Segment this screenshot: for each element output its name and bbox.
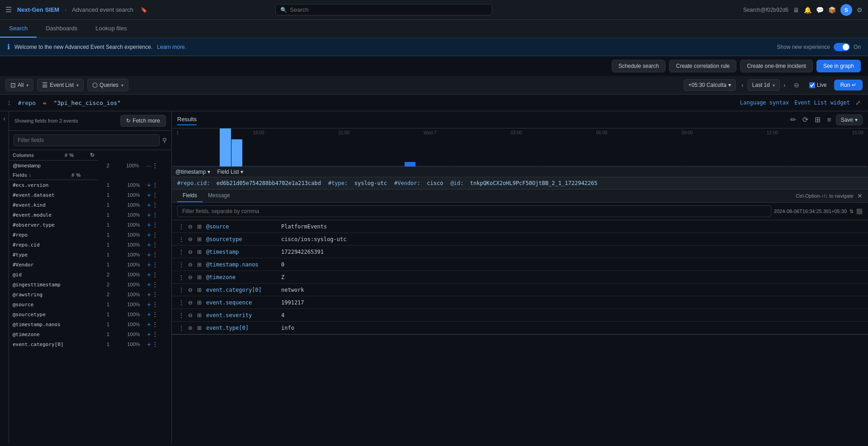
learn-more-link[interactable]: Learn more. <box>157 44 186 50</box>
username-display[interactable]: Search@f02b92d6 <box>743 7 788 13</box>
monitor-icon[interactable]: 🖥 <box>793 6 799 14</box>
field-more-icon[interactable]: ⋮ <box>152 221 158 228</box>
see-in-graph-button[interactable]: See in graph <box>816 60 861 72</box>
inner-tab-fields[interactable]: Fields <box>177 190 203 202</box>
field-menu-btn[interactable]: ⋮ <box>177 324 185 332</box>
field-add-icon[interactable]: + <box>147 281 151 288</box>
field-more-icon[interactable]: ⋮ <box>152 201 158 209</box>
field-expand-btn[interactable]: ⊞ <box>195 311 203 319</box>
tab-search[interactable]: Search <box>0 20 37 38</box>
field-more-icon[interactable]: ⋮ <box>152 231 158 238</box>
show-new-experience-toggle[interactable] <box>834 43 850 51</box>
table-icon-button[interactable]: ⊞ <box>813 114 822 125</box>
field-more-icon[interactable]: ⋮ <box>152 321 158 328</box>
field-more-icon[interactable]: ⋮ <box>152 241 158 248</box>
field-expand-btn[interactable]: ⊞ <box>195 286 203 294</box>
field-add-icon[interactable]: + <box>147 221 151 228</box>
field-add-icon[interactable]: + <box>147 331 151 338</box>
bookmark-icon[interactable]: 🔖 <box>141 7 147 13</box>
zoom-out-button[interactable]: ⊖ <box>791 81 802 90</box>
field-expand-btn[interactable]: ⊞ <box>195 223 203 231</box>
language-syntax-link[interactable]: Language syntax <box>740 100 789 106</box>
share-icon-button[interactable]: ⟳ <box>801 114 810 125</box>
timezone-select[interactable]: +05:30 Calcutta ▾ <box>684 79 736 91</box>
timestamp-dropdown[interactable]: @timestamp ▾ <box>175 169 210 175</box>
field-menu-btn[interactable]: ⋮ <box>177 273 185 281</box>
field-expand-btn[interactable]: ⊞ <box>195 235 203 243</box>
create-one-time-incident-button[interactable]: Create one-time incident <box>740 60 813 72</box>
filter-fields-input[interactable] <box>177 205 771 217</box>
field-expand-btn[interactable]: ⊞ <box>195 248 203 256</box>
field-menu-btn[interactable]: ⋮ <box>177 223 185 231</box>
field-more-icon[interactable]: ⋮ <box>152 211 158 218</box>
field-exclude-btn[interactable]: ⊖ <box>186 235 194 243</box>
field-more-icon[interactable]: ⋮ <box>152 301 158 308</box>
field-menu-btn[interactable]: ⋮ <box>177 299 185 307</box>
field-exclude-btn[interactable]: ⊖ <box>186 248 194 256</box>
edit-icon-button[interactable]: ✏ <box>788 114 798 125</box>
field-add-icon[interactable]: + <box>147 211 151 218</box>
timerange-dropdown[interactable]: Last 1d ▾ <box>747 79 780 91</box>
field-exclude-btn[interactable]: ⊖ <box>186 273 194 281</box>
event-list-widget-link[interactable]: Event List widget <box>794 100 850 106</box>
close-inner-button[interactable]: ✕ <box>857 192 863 199</box>
field-add-icon[interactable]: + <box>147 201 151 209</box>
sidebar-collapse-button[interactable]: ‹ <box>0 111 9 443</box>
tab-dashboards[interactable]: Dashboards <box>37 20 86 38</box>
field-add-icon[interactable]: + <box>147 251 151 258</box>
sort-event-icon[interactable]: ⇅ <box>849 209 854 214</box>
field-more-icon[interactable]: ⋮ <box>152 261 158 268</box>
field-expand-btn[interactable]: ⊞ <box>195 324 203 332</box>
field-more-icon[interactable]: ⋮ <box>152 281 158 288</box>
run-button[interactable]: Run ↵ <box>834 80 863 90</box>
queries-dropdown[interactable]: ⬡ Queries ▾ <box>87 79 128 91</box>
tab-lookup-files[interactable]: Lookup files <box>86 20 136 38</box>
field-expand-btn[interactable]: ⊞ <box>195 273 203 281</box>
field-exclude-btn[interactable]: ⊖ <box>186 223 194 231</box>
apps-icon[interactable]: 📦 <box>828 6 836 14</box>
notification-icon[interactable]: 🔔 <box>804 6 811 14</box>
field-menu-btn[interactable]: ⋮ <box>177 235 185 243</box>
settings-icon[interactable]: ⚙ <box>857 6 863 14</box>
field-add-icon[interactable]: + <box>147 191 151 199</box>
column-more-icon[interactable]: ⋮ <box>152 162 158 169</box>
field-add-icon[interactable]: + <box>147 341 151 348</box>
chat-icon[interactable]: 💬 <box>816 6 824 14</box>
field-more-icon[interactable]: ⋮ <box>152 191 158 199</box>
filter-fields-sidebar-input[interactable] <box>14 134 160 146</box>
field-add-icon[interactable]: + <box>147 231 151 238</box>
create-correlation-rule-button[interactable]: Create correlation rule <box>669 60 736 72</box>
event-list-dropdown[interactable]: ☰ Event List ▾ <box>37 79 84 91</box>
field-exclude-btn[interactable]: ⊖ <box>186 311 194 319</box>
avatar[interactable]: S <box>840 4 852 16</box>
field-add-icon[interactable]: + <box>147 261 151 268</box>
save-button[interactable]: Save ▾ <box>836 114 863 125</box>
schedule-search-button[interactable]: Schedule search <box>612 60 665 72</box>
field-add-icon[interactable]: + <box>147 321 151 328</box>
format-icon-button[interactable]: ≡ <box>825 115 833 125</box>
menu-icon[interactable]: ☰ <box>5 5 12 14</box>
field-more-icon[interactable]: ⋮ <box>152 341 158 348</box>
field-add-icon[interactable]: + <box>147 291 151 298</box>
field-exclude-btn[interactable]: ⊖ <box>186 261 194 269</box>
all-dropdown[interactable]: ⊡ All ▾ <box>5 79 33 91</box>
field-add-icon[interactable]: + <box>147 271 151 278</box>
column-remove-icon[interactable]: — <box>146 163 151 168</box>
expand-icon[interactable]: ⤢ <box>855 99 861 106</box>
inner-tab-message[interactable]: Message <box>203 190 236 202</box>
field-menu-btn[interactable]: ⋮ <box>177 311 185 319</box>
live-checkbox[interactable] <box>809 82 815 88</box>
field-add-icon[interactable]: + <box>147 301 151 308</box>
field-exclude-btn[interactable]: ⊖ <box>186 299 194 307</box>
field-menu-btn[interactable]: ⋮ <box>177 286 185 294</box>
results-tab[interactable]: Results <box>177 114 197 125</box>
field-menu-btn[interactable]: ⋮ <box>177 248 185 256</box>
field-add-icon[interactable]: + <box>147 311 151 318</box>
field-more-icon[interactable]: ⋮ <box>152 291 158 298</box>
copy-event-icon[interactable]: ⬛ <box>856 209 863 214</box>
field-list-dropdown[interactable]: Field List ▾ <box>217 169 243 175</box>
field-add-icon[interactable]: + <box>147 181 151 189</box>
sort-icon[interactable]: ↕ <box>29 173 31 178</box>
fetch-more-button[interactable]: ↻ Fetch more <box>120 115 166 127</box>
field-more-icon[interactable]: ⋮ <box>152 331 158 338</box>
